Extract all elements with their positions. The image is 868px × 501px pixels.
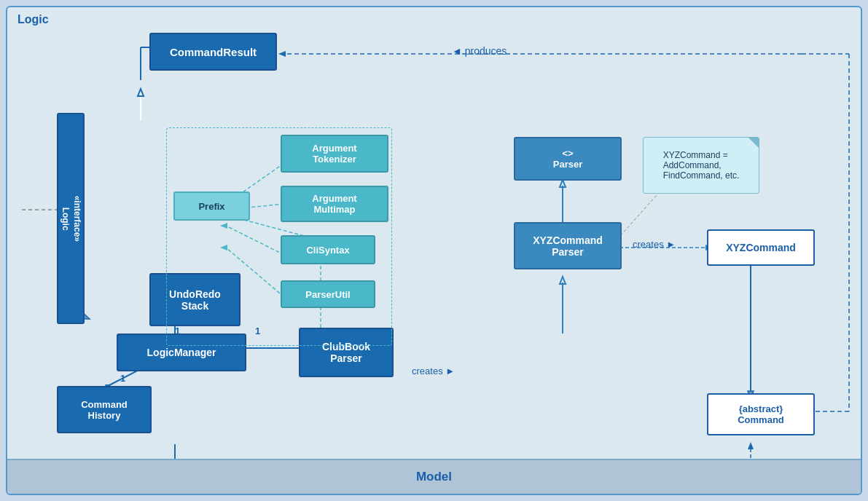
svg-marker-25 bbox=[560, 180, 566, 187]
svg-marker-8 bbox=[138, 89, 144, 96]
abstract-command-box: {abstract}Command bbox=[707, 393, 815, 435]
logic-title: Logic bbox=[17, 13, 49, 26]
clubbook-parser-box: ClubBookParser bbox=[299, 328, 394, 377]
interface-logic-box: «interface» Logic bbox=[57, 113, 85, 324]
model-bar: Model bbox=[7, 459, 861, 494]
svg-marker-23 bbox=[220, 245, 227, 250]
svg-marker-6 bbox=[278, 51, 286, 57]
svg-line-20 bbox=[226, 226, 284, 255]
logic-manager-box: LogicManager bbox=[117, 334, 246, 371]
svg-marker-29 bbox=[560, 277, 566, 284]
undo-redo-stack-box: UndoRedoStack bbox=[149, 273, 241, 326]
logic-container: Logic bbox=[6, 6, 862, 495]
prefix-box: Prefix bbox=[173, 192, 250, 221]
model-label: Model bbox=[416, 470, 452, 484]
argument-tokenizer-box: ArgumentTokenizer bbox=[281, 135, 388, 173]
argument-multimap-box: ArgumentMultimap bbox=[281, 186, 388, 222]
svg-line-44 bbox=[619, 188, 663, 237]
multiplicity-1a: 1 bbox=[120, 373, 125, 384]
svg-marker-35 bbox=[748, 442, 754, 449]
multiplicity-1b: 1 bbox=[255, 326, 260, 336]
cli-syntax-box: CliSyntax bbox=[281, 235, 375, 264]
note-box: XYZCommand =AddCommand,FindCommand, etc. bbox=[643, 137, 759, 194]
xyz-command-parser-box: XYZCommandParser bbox=[514, 222, 622, 269]
creates-label-1: creates ► bbox=[412, 366, 455, 376]
creates-label-2: creates ► bbox=[633, 239, 676, 250]
interface-parser-box: <>Parser bbox=[514, 137, 622, 181]
parser-util-box: ParserUtil bbox=[281, 280, 375, 308]
multiplicity-1c: 1 bbox=[175, 326, 180, 336]
command-history-box: CommandHistory bbox=[57, 386, 152, 433]
command-result-box: CommandResult bbox=[149, 33, 277, 71]
svg-marker-21 bbox=[220, 223, 227, 229]
xyz-command-box: XYZCommand bbox=[707, 229, 815, 266]
produces-label: ◄ produces bbox=[452, 45, 507, 57]
